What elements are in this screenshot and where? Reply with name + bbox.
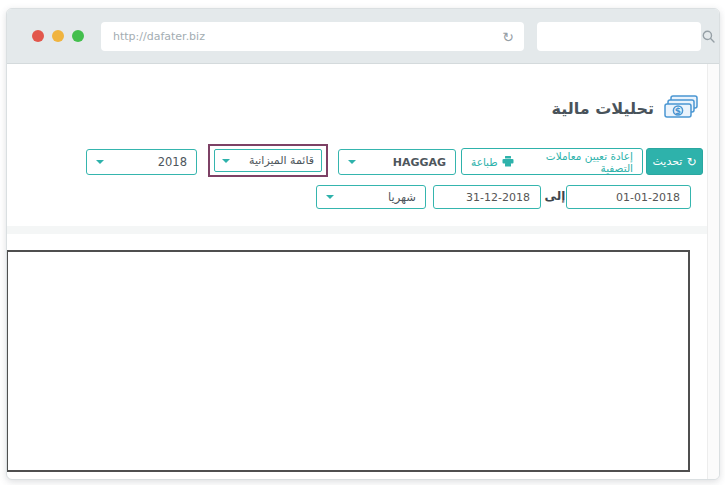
period-select[interactable]: شهريا xyxy=(316,185,426,209)
print-button[interactable]: طباعة xyxy=(471,156,514,168)
scrollbar-track[interactable] xyxy=(707,64,719,479)
refresh-icon[interactable]: ↻ xyxy=(502,30,524,44)
report-canvas-placeholder xyxy=(6,250,690,472)
browser-chrome: ↻ xyxy=(7,9,719,64)
to-label: إلى xyxy=(544,189,566,203)
reset-filters-label[interactable]: إعادة تعيين معاملات التصفية xyxy=(514,150,633,174)
url-input[interactable] xyxy=(101,30,502,43)
page-title: $ تحليلات مالية xyxy=(551,95,699,121)
page-title-text: تحليلات مالية xyxy=(551,99,654,118)
browser-search-box[interactable] xyxy=(537,22,701,51)
address-bar[interactable]: ↻ xyxy=(101,22,524,51)
update-icon: ↻ xyxy=(686,156,696,168)
svg-text:$: $ xyxy=(675,106,681,116)
window-close-button[interactable] xyxy=(32,30,44,42)
company-select[interactable]: HAGGAG xyxy=(338,149,456,175)
update-button-label: تحديث xyxy=(653,155,683,168)
chevron-down-icon xyxy=(326,195,334,199)
report-select[interactable]: قائمة الميزانية xyxy=(214,149,322,172)
chevron-down-icon xyxy=(222,159,230,163)
browser-window: ↻ xyxy=(6,8,720,480)
printer-icon xyxy=(502,156,514,167)
window-minimize-button[interactable] xyxy=(52,30,64,42)
print-label: طباعة xyxy=(471,156,498,168)
report-select-highlight: قائمة الميزانية xyxy=(208,144,328,177)
company-select-value: HAGGAG xyxy=(393,156,446,169)
chevron-down-icon xyxy=(348,160,356,164)
report-select-value: قائمة الميزانية xyxy=(249,154,314,167)
search-input[interactable] xyxy=(537,30,702,43)
screenshot-canvas: ↻ xyxy=(0,0,725,485)
money-icon: $ xyxy=(663,95,699,121)
year-select-value: 2018 xyxy=(158,155,187,169)
section-divider xyxy=(7,226,719,234)
chevron-down-icon xyxy=(96,160,104,164)
window-maximize-button[interactable] xyxy=(72,30,84,42)
search-icon[interactable] xyxy=(702,30,720,43)
update-button[interactable]: ↻ تحديث xyxy=(646,148,703,175)
year-select[interactable]: 2018 xyxy=(86,149,197,175)
date-from-input[interactable] xyxy=(566,185,691,209)
reset-print-button-group[interactable]: إعادة تعيين معاملات التصفية طباعة xyxy=(461,148,643,175)
period-select-value: شهريا xyxy=(388,190,416,204)
date-to-input[interactable] xyxy=(433,185,541,209)
